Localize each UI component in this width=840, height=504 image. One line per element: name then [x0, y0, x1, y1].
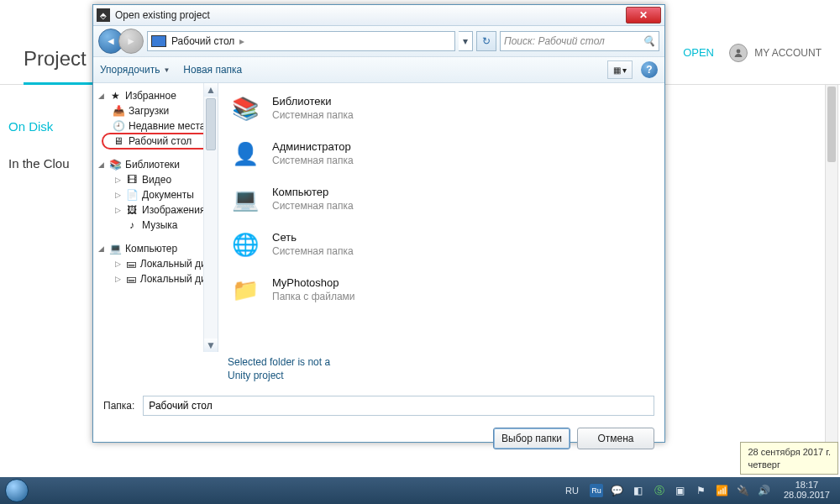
- folder-icon: 📁: [227, 273, 264, 307]
- documents-icon: 📄: [125, 189, 139, 201]
- dialog-title: Open existing project: [115, 9, 626, 21]
- tab-in-cloud[interactable]: In the Clou: [8, 156, 70, 171]
- libraries-icon: 📚: [227, 92, 264, 125]
- new-folder-button[interactable]: Новая папка: [183, 64, 242, 76]
- search-icon: 🔍: [643, 35, 655, 47]
- tray-icon-2[interactable]: ▣: [674, 484, 687, 497]
- tree-music[interactable]: ♪Музыка: [93, 218, 218, 233]
- viber-tray-icon[interactable]: 💬: [611, 484, 624, 497]
- scroll-down-icon[interactable]: ▼: [204, 339, 218, 352]
- avatar-icon: [729, 44, 748, 62]
- video-icon: 🎞: [125, 174, 139, 186]
- help-button[interactable]: ?: [641, 61, 658, 78]
- folder-content[interactable]: 📚 БиблиотекиСистемная папка 👤 Администра…: [218, 83, 664, 352]
- windows-orb-icon: [5, 479, 29, 502]
- nav-tree: ◢★Избранное 📥Загрузки 🕘Недавние места 🖥Р…: [93, 83, 218, 352]
- tab-on-disk[interactable]: On Disk: [8, 119, 53, 134]
- unity-icon: ⬘: [97, 8, 110, 22]
- tree-pictures[interactable]: ▷🖼Изображения: [93, 202, 218, 218]
- clock-date: 28.09.2017: [784, 491, 830, 501]
- my-account-label: MY ACCOUNT: [754, 47, 822, 59]
- nav-row: ◄ ► Рабочий стол ▸ ▾ ↻ Поиск: Рабочий ст…: [93, 26, 664, 57]
- search-input[interactable]: Поиск: Рабочий стол 🔍: [500, 31, 659, 51]
- address-dropdown[interactable]: ▾: [459, 31, 473, 51]
- item-myphotoshop[interactable]: 📁 MyPhotoshopПапка с файлами: [225, 270, 658, 310]
- tree-video[interactable]: ▷🎞Видео: [93, 172, 218, 187]
- item-computer[interactable]: 💻 КомпьютерСистемная папка: [225, 179, 658, 219]
- tree-favorites[interactable]: ◢★Избранное: [93, 88, 218, 103]
- language-indicator[interactable]: RU: [562, 486, 582, 496]
- network-tray-icon[interactable]: 📶: [716, 484, 729, 497]
- folder-label: Папка:: [103, 400, 134, 412]
- select-folder-button[interactable]: Выбор папки: [493, 428, 570, 449]
- svg-point-0: [737, 50, 741, 54]
- status-message: Selected folder is not aUnity project: [93, 352, 664, 389]
- star-icon: ★: [108, 90, 122, 102]
- my-account-button[interactable]: MY ACCOUNT: [729, 44, 822, 62]
- start-button[interactable]: [0, 477, 34, 504]
- folder-row: Папка:: [93, 389, 664, 423]
- refresh-button[interactable]: ↻: [476, 31, 496, 51]
- page-title: Project: [24, 47, 87, 71]
- computer-icon: 💻: [227, 182, 264, 216]
- music-icon: ♪: [125, 219, 139, 231]
- clock[interactable]: 18:17 28.09.2017: [779, 480, 835, 500]
- skype-tray-icon[interactable]: Ⓢ: [653, 484, 666, 497]
- libraries-icon: 📚: [108, 159, 122, 171]
- toolbar: Упорядочить▼ Новая папка ▦ ▾ ?: [93, 57, 664, 83]
- tree-documents[interactable]: ▷📄Документы: [93, 187, 218, 202]
- tree-desktop[interactable]: 🖥Рабочий стол: [93, 134, 218, 149]
- address-bar[interactable]: Рабочий стол ▸: [147, 31, 455, 51]
- nav-forward-button[interactable]: ►: [118, 29, 144, 54]
- tree-libraries[interactable]: ◢📚Библиотеки: [93, 157, 218, 172]
- computer-icon: 💻: [108, 243, 122, 255]
- pictures-icon: 🖼: [125, 204, 139, 216]
- tree-local-disk-1[interactable]: ▷🖴Локальный диск: [93, 256, 218, 271]
- taskbar[interactable]: RU Ru 💬 ◧ Ⓢ ▣ ⚑ 📶 🔌 🔊 18:17 28.09.2017: [0, 477, 840, 504]
- dialog-titlebar[interactable]: ⬘ Open existing project ✕: [93, 5, 664, 26]
- cancel-button[interactable]: Отмена: [577, 428, 654, 449]
- tree-computer[interactable]: ◢💻Компьютер: [93, 241, 218, 256]
- folder-input[interactable]: [143, 396, 654, 416]
- disk-icon: 🖴: [124, 273, 137, 285]
- downloads-icon: 📥: [112, 105, 125, 117]
- close-button[interactable]: ✕: [626, 7, 661, 24]
- tree-recent[interactable]: 🕘Недавние места: [93, 118, 218, 134]
- search-placeholder: Поиск: Рабочий стол: [504, 35, 605, 47]
- tray-icon[interactable]: ◧: [632, 484, 645, 497]
- open-project-dialog: ⬘ Open existing project ✕ ◄ ► Рабочий ст…: [92, 4, 665, 443]
- network-icon: 🌐: [227, 228, 264, 261]
- address-text: Рабочий стол: [171, 35, 234, 47]
- tree-local-disk-2[interactable]: ▷🖴Локальный диск: [93, 271, 218, 286]
- recent-icon: 🕘: [112, 120, 125, 132]
- tree-scrollbar[interactable]: ▲ ▼: [203, 83, 218, 352]
- address-sep: ▸: [239, 35, 244, 47]
- page-scrollbar[interactable]: [825, 84, 838, 458]
- keyboard-layout-icon[interactable]: Ru: [590, 484, 603, 497]
- clock-tooltip: 28 сентября 2017 г.четверг: [740, 442, 838, 475]
- organize-menu[interactable]: Упорядочить▼: [100, 64, 170, 76]
- power-tray-icon[interactable]: 🔌: [737, 484, 750, 497]
- disk-icon: 🖴: [124, 258, 137, 270]
- desktop-icon: 🖥: [112, 135, 125, 147]
- item-network[interactable]: 🌐 СетьСистемная папка: [225, 224, 658, 265]
- desktop-icon: [151, 35, 166, 47]
- scroll-up-icon[interactable]: ▲: [204, 83, 218, 97]
- user-folder-icon: 👤: [227, 137, 264, 171]
- item-libraries[interactable]: 📚 БиблиотекиСистемная папка: [225, 88, 658, 129]
- volume-tray-icon[interactable]: 🔊: [758, 484, 771, 497]
- action-center-icon[interactable]: ⚑: [695, 484, 708, 497]
- open-link[interactable]: OPEN: [683, 46, 714, 59]
- tree-scroll-thumb[interactable]: [206, 98, 216, 150]
- view-mode-button[interactable]: ▦ ▾: [607, 60, 633, 79]
- scrollbar-thumb[interactable]: [827, 87, 836, 162]
- item-administrator[interactable]: 👤 АдминистраторСистемная папка: [225, 134, 658, 174]
- tree-downloads[interactable]: 📥Загрузки: [93, 103, 218, 118]
